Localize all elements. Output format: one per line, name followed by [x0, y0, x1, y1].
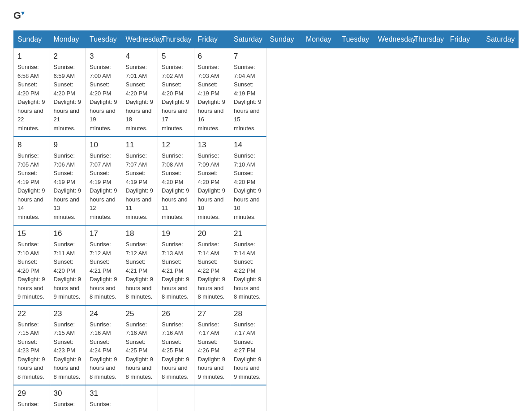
day-number: 11 — [126, 141, 154, 150]
day-number: 13 — [198, 141, 227, 150]
day-info: Sunrise: 7:16 AMSunset: 4:25 PMDaylight:… — [162, 320, 190, 381]
day-number: 18 — [126, 229, 154, 238]
calendar-table: SundayMondayTuesdayWednesdayThursdayFrid… — [13, 30, 519, 411]
day-info: Sunrise: 7:06 AMSunset: 4:19 PMDaylight:… — [54, 151, 82, 221]
day-cell-28: 28Sunrise: 7:17 AMSunset: 4:27 PMDayligh… — [230, 305, 266, 385]
col-header-friday: Friday — [194, 31, 230, 48]
day-number: 8 — [17, 141, 46, 150]
day-number: 6 — [198, 52, 227, 61]
day-number: 19 — [162, 229, 190, 238]
empty-cell — [122, 385, 158, 411]
day-number: 2 — [54, 52, 82, 61]
col-header-tuesday: Tuesday — [86, 31, 122, 48]
day-cell-31: 31Sunrise: 7:17 AMSunset: 4:29 PMDayligh… — [86, 385, 122, 411]
day-number: 9 — [54, 141, 82, 150]
day-number: 17 — [90, 229, 118, 238]
day-cell-6: 6Sunrise: 7:03 AMSunset: 4:19 PMDaylight… — [194, 48, 230, 137]
day-cell-7: 7Sunrise: 7:04 AMSunset: 4:19 PMDaylight… — [230, 48, 266, 137]
day-number: 12 — [162, 141, 190, 150]
day-number: 4 — [126, 52, 154, 61]
day-cell-8: 8Sunrise: 7:05 AMSunset: 4:19 PMDaylight… — [14, 137, 50, 225]
day-number: 31 — [90, 389, 118, 398]
col-header-wednesday: Wednesday — [374, 31, 411, 48]
day-info: Sunrise: 7:15 AMSunset: 4:23 PMDaylight:… — [17, 320, 46, 381]
day-info: Sunrise: 7:14 AMSunset: 4:22 PMDaylight:… — [234, 240, 262, 301]
day-cell-12: 12Sunrise: 7:08 AMSunset: 4:20 PMDayligh… — [158, 137, 194, 225]
day-info: Sunrise: 7:17 AMSunset: 4:28 PMDaylight:… — [54, 400, 82, 411]
day-info: Sunrise: 7:08 AMSunset: 4:20 PMDaylight:… — [162, 151, 190, 221]
day-info: Sunrise: 7:00 AMSunset: 4:20 PMDaylight:… — [90, 63, 118, 133]
day-cell-2: 2Sunrise: 6:59 AMSunset: 4:20 PMDaylight… — [50, 48, 86, 137]
day-number: 7 — [234, 52, 262, 61]
day-info: Sunrise: 7:15 AMSunset: 4:23 PMDaylight:… — [54, 320, 82, 381]
day-number: 28 — [234, 309, 262, 318]
col-header-tuesday: Tuesday — [338, 31, 374, 48]
empty-cell — [158, 385, 194, 411]
day-number: 1 — [17, 52, 46, 61]
week-row-5: 29Sunrise: 7:17 AMSunset: 4:27 PMDayligh… — [14, 385, 519, 411]
day-cell-27: 27Sunrise: 7:17 AMSunset: 4:26 PMDayligh… — [194, 305, 230, 385]
day-cell-1: 1Sunrise: 6:58 AMSunset: 4:20 PMDaylight… — [14, 48, 50, 137]
day-number: 23 — [54, 309, 82, 318]
day-info: Sunrise: 6:59 AMSunset: 4:20 PMDaylight:… — [54, 63, 82, 133]
svg-text:G: G — [13, 10, 21, 21]
day-info: Sunrise: 7:17 AMSunset: 4:26 PMDaylight:… — [198, 320, 227, 381]
empty-cell — [230, 385, 266, 411]
day-cell-22: 22Sunrise: 7:15 AMSunset: 4:23 PMDayligh… — [14, 305, 50, 385]
day-info: Sunrise: 7:10 AMSunset: 4:20 PMDaylight:… — [17, 240, 46, 301]
day-cell-20: 20Sunrise: 7:14 AMSunset: 4:22 PMDayligh… — [194, 225, 230, 305]
day-number: 5 — [162, 52, 190, 61]
col-header-sunday: Sunday — [14, 31, 50, 48]
svg-marker-1 — [21, 12, 25, 15]
day-cell-30: 30Sunrise: 7:17 AMSunset: 4:28 PMDayligh… — [50, 385, 86, 411]
day-info: Sunrise: 7:12 AMSunset: 4:21 PMDaylight:… — [90, 240, 118, 301]
day-cell-10: 10Sunrise: 7:07 AMSunset: 4:19 PMDayligh… — [86, 137, 122, 225]
logo-icon: G — [13, 9, 26, 21]
day-number: 16 — [54, 229, 82, 238]
day-cell-25: 25Sunrise: 7:16 AMSunset: 4:25 PMDayligh… — [122, 305, 158, 385]
day-info: Sunrise: 6:58 AMSunset: 4:20 PMDaylight:… — [17, 63, 46, 133]
day-number: 30 — [54, 389, 82, 398]
day-info: Sunrise: 7:13 AMSunset: 4:21 PMDaylight:… — [162, 240, 190, 301]
day-cell-16: 16Sunrise: 7:11 AMSunset: 4:20 PMDayligh… — [50, 225, 86, 305]
week-row-3: 15Sunrise: 7:10 AMSunset: 4:20 PMDayligh… — [14, 225, 519, 305]
day-info: Sunrise: 7:17 AMSunset: 4:27 PMDaylight:… — [234, 320, 262, 381]
day-number: 15 — [17, 229, 46, 238]
day-cell-9: 9Sunrise: 7:06 AMSunset: 4:19 PMDaylight… — [50, 137, 86, 225]
day-info: Sunrise: 7:17 AMSunset: 4:27 PMDaylight:… — [17, 400, 46, 411]
day-number: 22 — [17, 309, 46, 318]
day-info: Sunrise: 7:03 AMSunset: 4:19 PMDaylight:… — [198, 63, 227, 133]
day-cell-13: 13Sunrise: 7:09 AMSunset: 4:20 PMDayligh… — [194, 137, 230, 225]
day-number: 25 — [126, 309, 154, 318]
day-cell-17: 17Sunrise: 7:12 AMSunset: 4:21 PMDayligh… — [86, 225, 122, 305]
day-cell-21: 21Sunrise: 7:14 AMSunset: 4:22 PMDayligh… — [230, 225, 266, 305]
day-number: 14 — [234, 141, 262, 150]
col-header-saturday: Saturday — [482, 31, 519, 48]
day-info: Sunrise: 7:11 AMSunset: 4:20 PMDaylight:… — [54, 240, 82, 301]
day-cell-15: 15Sunrise: 7:10 AMSunset: 4:20 PMDayligh… — [14, 225, 50, 305]
day-info: Sunrise: 7:14 AMSunset: 4:22 PMDaylight:… — [198, 240, 227, 301]
header-row: SundayMondayTuesdayWednesdayThursdayFrid… — [14, 31, 519, 48]
col-header-thursday: Thursday — [410, 31, 446, 48]
day-info: Sunrise: 7:05 AMSunset: 4:19 PMDaylight:… — [17, 151, 46, 221]
day-number: 20 — [198, 229, 227, 238]
day-cell-29: 29Sunrise: 7:17 AMSunset: 4:27 PMDayligh… — [14, 385, 50, 411]
week-row-4: 22Sunrise: 7:15 AMSunset: 4:23 PMDayligh… — [14, 305, 519, 385]
day-info: Sunrise: 7:10 AMSunset: 4:20 PMDaylight:… — [234, 151, 262, 221]
day-info: Sunrise: 7:12 AMSunset: 4:21 PMDaylight:… — [126, 240, 154, 301]
col-header-saturday: Saturday — [230, 31, 266, 48]
day-number: 24 — [90, 309, 118, 318]
day-number: 29 — [17, 389, 46, 398]
day-info: Sunrise: 7:16 AMSunset: 4:24 PMDaylight:… — [90, 320, 118, 381]
day-info: Sunrise: 7:04 AMSunset: 4:19 PMDaylight:… — [234, 63, 262, 133]
day-cell-3: 3Sunrise: 7:00 AMSunset: 4:20 PMDaylight… — [86, 48, 122, 137]
day-cell-19: 19Sunrise: 7:13 AMSunset: 4:21 PMDayligh… — [158, 225, 194, 305]
day-info: Sunrise: 7:16 AMSunset: 4:25 PMDaylight:… — [126, 320, 154, 381]
col-header-friday: Friday — [446, 31, 483, 48]
day-number: 21 — [234, 229, 262, 238]
logo: G — [13, 9, 28, 21]
day-cell-4: 4Sunrise: 7:01 AMSunset: 4:20 PMDaylight… — [122, 48, 158, 137]
col-header-thursday: Thursday — [158, 31, 194, 48]
day-info: Sunrise: 7:01 AMSunset: 4:20 PMDaylight:… — [126, 63, 154, 133]
day-number: 26 — [162, 309, 190, 318]
